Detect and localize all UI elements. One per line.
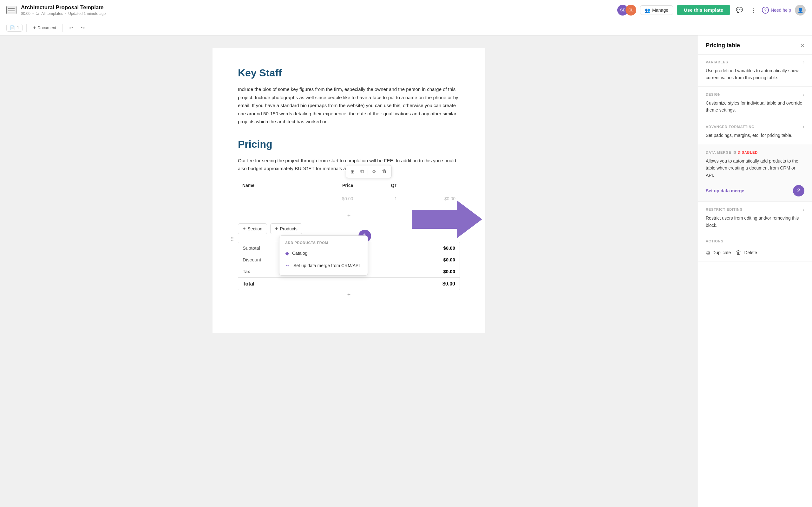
advanced-text: Set paddings, margins, etc. for pricing … bbox=[698, 130, 812, 144]
actions-buttons-row: ⧉ Duplicate 🗑 Delete bbox=[698, 244, 812, 261]
more-button[interactable]: ⋮ bbox=[749, 5, 758, 15]
drag-handle[interactable]: ⠿ bbox=[230, 236, 234, 242]
document-page: Key Staff Include the bios of some key f… bbox=[212, 48, 485, 333]
use-template-button[interactable]: Use this template bbox=[677, 5, 730, 15]
delete-icon: 🗑 bbox=[736, 249, 742, 256]
page-number: 1 bbox=[17, 25, 19, 30]
add-buttons-row: + Section + Products ADD PRODUCTS FROM ◆ bbox=[238, 221, 460, 237]
restrict-chevron[interactable]: › bbox=[803, 207, 804, 212]
subtitle-folder: All templates bbox=[41, 11, 63, 16]
inline-toolbar: ⊞ ⧉ ⚙ 🗑 bbox=[346, 165, 392, 178]
add-section-button[interactable]: + Section bbox=[238, 223, 267, 234]
design-text: Customize styles for individual table an… bbox=[698, 98, 812, 119]
inline-copy-icon: ⧉ bbox=[360, 169, 364, 174]
toolbar-separator1 bbox=[26, 24, 27, 32]
setup-merge-row: Set up data merge 2 bbox=[698, 184, 812, 202]
add-row-bar[interactable]: + bbox=[238, 210, 460, 221]
manage-button[interactable]: 👥 Manage bbox=[640, 5, 673, 15]
data-merge-label-group: DATA MERGE IS DISABLED bbox=[706, 149, 758, 155]
inline-add-button[interactable]: ⊞ bbox=[348, 167, 357, 176]
need-help-button[interactable]: ? Need help bbox=[762, 7, 791, 14]
col-name: Name bbox=[238, 179, 299, 192]
col-qty: QT bbox=[357, 179, 402, 192]
key-staff-section: Key Staff Include the bios of some key f… bbox=[238, 67, 460, 126]
topbar: Architectural Proposal Template $0.00 • … bbox=[0, 0, 812, 20]
chat-icon: 💬 bbox=[736, 7, 743, 13]
user-avatar: 👤 bbox=[795, 5, 806, 15]
discount-label: Discount bbox=[243, 257, 261, 262]
variables-chevron[interactable]: › bbox=[803, 60, 804, 65]
row-name[interactable] bbox=[238, 192, 299, 205]
total-label: Total bbox=[243, 281, 254, 287]
step2-badge: 2 bbox=[793, 185, 804, 196]
products-plus-icon: + bbox=[275, 226, 278, 232]
variables-row: VARIABLES › bbox=[698, 55, 812, 66]
manage-label: Manage bbox=[652, 8, 668, 13]
design-section: DESIGN › Customize styles for individual… bbox=[698, 87, 812, 119]
panel-close-button[interactable]: × bbox=[801, 42, 804, 49]
document-area: Key Staff Include the bios of some key f… bbox=[0, 36, 698, 507]
design-label: DESIGN bbox=[706, 93, 721, 96]
pricing-section: Pricing Our fee for seeing the project t… bbox=[238, 138, 460, 299]
inline-copy-button[interactable]: ⧉ bbox=[358, 167, 366, 176]
add-products-button[interactable]: + Products bbox=[270, 223, 302, 234]
inline-settings-icon: ⚙ bbox=[372, 169, 376, 175]
total-value: $0.00 bbox=[443, 281, 455, 287]
col-total bbox=[402, 179, 460, 192]
duplicate-action[interactable]: ⧉ Duplicate bbox=[706, 249, 731, 256]
row-qty: 1 bbox=[357, 192, 402, 205]
bottom-add-row-btn[interactable]: + bbox=[238, 290, 460, 299]
manage-icon: 👥 bbox=[645, 8, 650, 13]
need-help-label: Need help bbox=[771, 8, 791, 13]
variables-section: VARIABLES › Use predefined variables to … bbox=[698, 55, 812, 87]
inline-settings-button[interactable]: ⚙ bbox=[369, 167, 379, 176]
undo-button[interactable]: ↩ bbox=[67, 24, 76, 32]
section-plus-icon: + bbox=[243, 226, 246, 232]
summary-total-row: Total $0.00 bbox=[238, 277, 460, 290]
advanced-chevron[interactable]: › bbox=[803, 124, 804, 129]
add-document-button[interactable]: + Document bbox=[31, 23, 59, 32]
variables-text: Use predefined variables to automaticall… bbox=[698, 66, 812, 87]
row-price: $0.00 bbox=[299, 192, 357, 205]
data-merge-item[interactable]: ↔ Set up data merge from CRM/API bbox=[280, 260, 368, 272]
actions-label: ACTIONS bbox=[706, 239, 723, 243]
pricing-heading: Pricing bbox=[238, 138, 460, 150]
more-icon: ⋮ bbox=[751, 7, 756, 13]
design-chevron[interactable]: › bbox=[803, 92, 804, 97]
advanced-row[interactable]: ADVANCED FORMATTING › bbox=[698, 119, 812, 130]
delete-action[interactable]: 🗑 Delete bbox=[736, 249, 757, 256]
products-label: Products bbox=[280, 226, 297, 231]
redo-button[interactable]: ↪ bbox=[78, 24, 88, 32]
row-total: $0.00 bbox=[402, 192, 460, 205]
delete-label: Delete bbox=[744, 250, 757, 255]
page-badge[interactable]: 📄 1 bbox=[6, 24, 22, 32]
panel-header: Pricing table × bbox=[698, 36, 812, 55]
right-panel: Pricing table × VARIABLES › Use predefin… bbox=[698, 36, 812, 507]
table-container: ⠿ 1 ⊞ ⧉ ⚙ bbox=[238, 179, 460, 299]
data-merge-section: DATA MERGE IS DISABLED Allows you to aut… bbox=[698, 144, 812, 202]
catalog-item[interactable]: ◆ Catalog bbox=[280, 247, 368, 260]
table-row: $0.00 1 $0.00 bbox=[238, 192, 460, 205]
toolbar-separator2 bbox=[62, 24, 63, 32]
panel-title: Pricing table bbox=[706, 42, 740, 49]
duplicate-label: Duplicate bbox=[712, 250, 731, 255]
design-row[interactable]: DESIGN › bbox=[698, 87, 812, 98]
avatar-stack: SE CL bbox=[617, 5, 636, 15]
merge-icon: ↔ bbox=[285, 263, 290, 268]
setup-merge-link[interactable]: Set up data merge bbox=[706, 188, 744, 193]
key-staff-body: Include the bios of some key figures fro… bbox=[238, 85, 460, 126]
data-merge-text: Allows you to automatically add products… bbox=[698, 156, 812, 184]
inline-delete-button[interactable]: 🗑 bbox=[379, 167, 390, 176]
plus-icon: + bbox=[33, 25, 36, 31]
tax-label: Tax bbox=[243, 269, 250, 274]
topbar-left: Architectural Proposal Template $0.00 • … bbox=[6, 4, 106, 16]
dropdown-header: ADD PRODUCTS FROM bbox=[280, 239, 368, 247]
actions-row: ACTIONS bbox=[698, 234, 812, 244]
toolbar: 📄 1 + Document ↩ ↪ bbox=[0, 20, 812, 36]
key-staff-heading: Key Staff bbox=[238, 67, 460, 79]
restrict-row[interactable]: RESTRICT EDITING › bbox=[698, 202, 812, 213]
menu-button[interactable] bbox=[6, 6, 16, 14]
subtotal-value: $0.00 bbox=[443, 245, 455, 250]
chat-button[interactable]: 💬 bbox=[734, 5, 745, 15]
products-dropdown: ADD PRODUCTS FROM ◆ Catalog ↔ Set up dat… bbox=[279, 235, 368, 276]
